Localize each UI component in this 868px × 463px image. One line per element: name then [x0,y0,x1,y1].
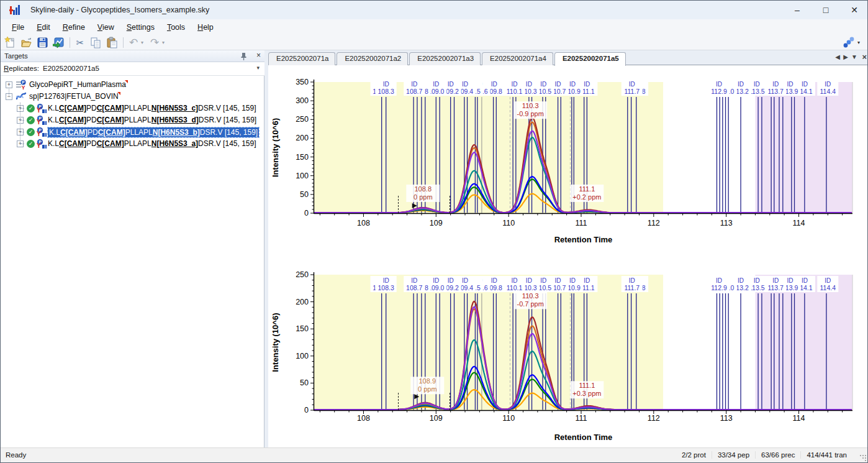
open-folder-icon[interactable] [20,37,33,49]
protein-name[interactable]: GlycoPepiRT_HumanPlasma [29,80,126,89]
tree-row[interactable]: +✓PYK.LC[CAM]PDC[CAM]PLLAPLN[H6N5S3_d]DS… [1,114,264,126]
spectrum-id-time: 112.9 [711,284,727,291]
tree-row[interactable]: +✓PYK.LC[CAM]PDC[CAM]PLLAPLN[H6N5S3_a]DS… [1,138,264,150]
undo-dropdown-arrow[interactable]: ▾ [141,37,143,49]
tab-E20252002071a3[interactable]: E20252002071a3 [409,52,481,65]
redo-dropdown-arrow[interactable]: ▾ [162,37,165,49]
peptide-row-label[interactable]: K.LC[CAM]PDC[CAM]PLLAPLN[H6N5S3_a]DSR.V … [48,139,256,148]
redo-icon[interactable]: ↷ [148,37,161,49]
chromatogram-chart-bottom[interactable]: 108109110111112113114050100150200250Rete… [268,265,868,445]
menu-tools[interactable]: Tools [161,21,191,34]
tree-row[interactable]: +✓PYK.LC[CAM]PDC[CAM]PLLAPLN[H6N5S3_c]DS… [1,103,264,114]
glycan-y-icon: Y [37,143,41,149]
menu-settings[interactable]: Settings [120,21,161,34]
spectrum-id-prefix: ID [555,277,561,284]
peptide-row-label[interactable]: K.LC[CAM]PDC[CAM]PLLAPLN[H6N5S3_c]DSR.V … [48,104,256,112]
protein-name[interactable]: sp|P12763|FETUA_BOVIN [29,92,119,101]
replicates-combobox[interactable]: E20252002071a5 [43,65,99,72]
menu-help[interactable]: Help [191,21,220,34]
spectrum-id-prefix: ID [802,277,808,284]
x-tick-label: 111 [575,219,587,227]
ui-mode-molecule-icon[interactable] [843,37,855,49]
spectrum-id-time: 110.1 [507,88,523,95]
y-tick-label: 100 [296,352,309,360]
import-results-icon[interactable] [53,37,65,49]
tree-row[interactable]: +✓PYK.LC[CAM]PDC[CAM]PLLAPLN[H6N5S3_b]DS… [1,126,264,138]
new-document-icon[interactable] [4,37,17,49]
ui-mode-dropdown-arrow[interactable]: ▾ [857,37,860,49]
close-panel-icon[interactable]: × [256,51,261,60]
menu-refine[interactable]: Refine [57,21,91,34]
spectrum-id-time: 114.4 [820,88,836,95]
spectrum-id-prefix: ID [433,81,439,88]
x-tick-label: 109 [430,219,443,227]
peptide-sequence-segment: K.L [48,116,59,124]
peak-annotation: 110.3-0.9 ppm [513,101,547,119]
tree-row[interactable]: +PYGlycoPepiRT_HumanPlasma [1,79,264,91]
status-count: 414/441 tran [801,451,852,459]
mini-chart-icon [42,133,47,137]
tab-list-dropdown-icon[interactable]: ▼ [851,53,857,60]
tree-row[interactable]: −sp|P12763|FETUA_BOVIN [1,91,264,103]
tab-scroll-left-icon[interactable]: ◀ [835,53,840,60]
tab-E20252002071a5[interactable]: E20252002071a5 [554,52,626,66]
spectrum-id-prefix: ID [448,277,454,284]
spectrum-id-label: ID114.4 [817,276,838,292]
peptide-sequence-segment: C[CAM] [59,116,86,124]
mini-chart-icon [42,121,47,125]
close-tab-icon[interactable]: × [862,52,867,62]
tab-E20252002071a2[interactable]: E20252002071a2 [337,52,408,65]
chromatogram-chart-top[interactable]: 1081091101111121131140501001502002503003… [268,69,868,249]
tab-E20252002071a4[interactable]: E20252002071a4 [482,52,553,65]
tree-connector [20,132,24,132]
spectrum-id-prefix: ID [754,277,760,284]
spectrum-id-prefix: ID [772,81,779,88]
x-tick-label: 109 [430,414,443,423]
menu-view[interactable]: View [91,21,120,34]
mini-chart-icon [42,145,47,149]
copy-icon[interactable] [90,37,102,49]
y-tick-label: 250 [296,115,309,124]
spectrum-id-prefix: ID [511,277,517,284]
paste-icon[interactable] [106,37,119,49]
peptide-sequence-segment: DSR.V [145, 159] [198,139,256,148]
annotation-flag-icon [125,80,128,83]
spectrum-id-prefix: ID [787,277,793,284]
spectrum-id-time: 108.7 [406,284,422,291]
targets-panel-title: Targets [4,52,28,60]
peptide-sequence-segment: N[H6N5S3_d] [151,116,199,124]
maximize-button[interactable]: □ [811,1,840,19]
peptide-row-label[interactable]: K.LC[CAM]PDC[CAM]PLLAPLN[H6N5S3_d]DSR.V … [48,116,256,124]
spectrum-id-time: 112.9 [711,88,727,95]
spectrum-id-prefix: ID [629,277,635,284]
mini-chart-icon [42,109,47,113]
tab-scroll-right-icon[interactable]: ▶ [843,53,848,60]
cut-icon[interactable]: ✂ [74,37,86,49]
close-button[interactable]: ✕ [840,1,868,19]
minimize-button[interactable]: – [783,1,811,19]
glycan-y-icon: Y [37,131,41,137]
skyline-app-icon [9,4,22,16]
replicates-dropdown-arrow[interactable]: ▾ [256,65,260,71]
spectrum-id-prefix: ID [738,277,744,284]
spectrum-id-prefix: ID [825,277,831,284]
resize-grip[interactable] [859,454,867,462]
y-tick-label: 100 [296,172,309,180]
save-icon[interactable] [37,37,49,49]
tab-E20252002071a[interactable]: E20252002071a [268,52,335,65]
spectrum-id-prefix: ID [754,81,760,88]
spectrum-id-prefix: ID [569,81,576,88]
spectrum-id-prefix: ID [787,81,793,88]
spectrum-id-time: 108.3 [378,284,394,291]
peptide-row-selected[interactable]: K.LC[CAM]PDC[CAM]PLLAPLN[H6N5S3_b]DSR.V … [48,127,259,137]
toolbar: ✂ ↶ ▾ ↷ ▾ ▾ [1,35,868,50]
undo-icon[interactable]: ↶ [127,37,140,49]
menu-edit[interactable]: Edit [30,21,57,34]
glycan-y-icon: Y [37,119,41,126]
x-axis-title: Retention Time [554,235,613,244]
y-tick-label: 300 [296,96,309,105]
menu-file[interactable]: File [6,21,30,34]
spectrum-id-label: ID113.7 [765,276,786,292]
pin-icon[interactable] [240,52,247,60]
replicate-tab-strip: E20252002071aE20252002071a2E20252002071a… [268,52,868,65]
